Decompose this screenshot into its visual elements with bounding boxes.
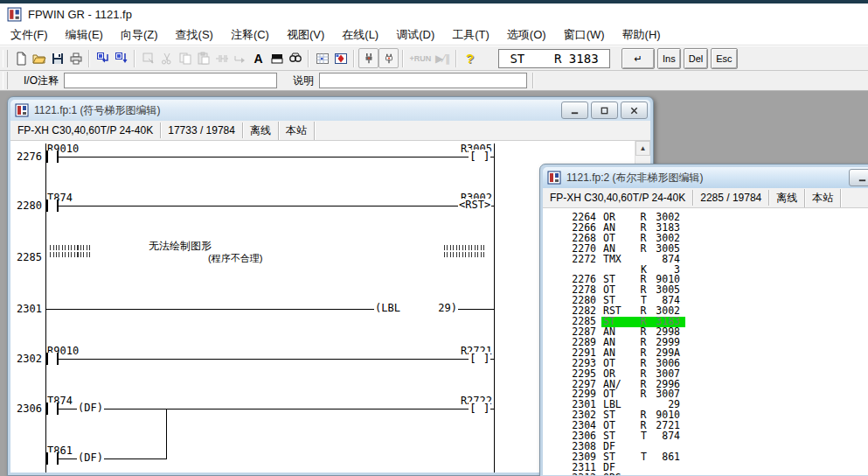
toolbar-separator xyxy=(353,50,355,67)
restore-button[interactable] xyxy=(591,102,618,119)
rung-line xyxy=(45,458,167,459)
invert-display-icon[interactable] xyxy=(267,49,286,67)
station-indicator: 本站 xyxy=(805,189,841,207)
open-file-icon[interactable] xyxy=(30,49,48,67)
left-power-rail xyxy=(45,144,46,472)
io-comment-input[interactable] xyxy=(64,73,277,88)
contact-symbol[interactable] xyxy=(46,353,59,365)
menu-item-5[interactable]: 视图(V) xyxy=(278,24,333,46)
menu-item-1[interactable]: 编辑(E) xyxy=(57,24,112,46)
plc-model: FP-XH C30,40,60T/P 24-40K xyxy=(10,122,161,138)
error-marks xyxy=(444,245,484,250)
fpwin-gr-app: { "window": { "title": "FPWIN GR - 1121.… xyxy=(0,0,868,476)
step-run-icon[interactable]: ▶⁄∥ xyxy=(434,49,452,67)
menu-bar: 文件(F)编辑(E)向导(Z)查找(S)注释(C)视图(V)在线(L)调试(D)… xyxy=(0,24,868,46)
menu-item-9[interactable]: 选项(O) xyxy=(498,24,555,46)
error-marks xyxy=(50,245,90,250)
boolean-editor-window: 1121.fp:2 (布尔非梯形图编辑) FP-XH C30,40,60T/P … xyxy=(539,164,868,476)
io-bar-grip[interactable] xyxy=(3,72,8,89)
del-key-button[interactable]: Del xyxy=(684,48,709,69)
contact-symbol[interactable] xyxy=(46,150,59,163)
ladder-window-titlebar[interactable]: 1121.fp:1 (符号梯形图编辑) xyxy=(10,100,650,121)
rung-line xyxy=(45,359,494,360)
rung-number: 2306 xyxy=(10,402,42,415)
or-branch-line xyxy=(166,409,167,459)
menu-item-2[interactable]: 向导(Z) xyxy=(112,24,167,46)
contact-symbol[interactable] xyxy=(46,402,59,415)
io-comment-bar: I/O注释 说明 xyxy=(0,71,868,91)
bool-list[interactable]: 2264ORR30022266ANR31832268OTR30022270ANR… xyxy=(543,213,868,475)
menu-item-3[interactable]: 查找(S) xyxy=(167,24,222,46)
offline-mode-icon[interactable] xyxy=(378,48,399,68)
menu-item-7[interactable]: 调试(D) xyxy=(387,24,443,46)
boolean-list-area: 2264ORR30022266ANR31832268OTR30022270ANR… xyxy=(543,208,868,475)
error-marks xyxy=(444,252,484,257)
new-file-icon[interactable] xyxy=(11,49,30,67)
minimize-button[interactable] xyxy=(561,102,588,119)
boolean-window-titlebar[interactable]: 1121.fp:2 (布尔非梯形图编辑) xyxy=(543,167,868,188)
app-titlebar[interactable]: FPWIN GR - 1121.fp xyxy=(0,4,868,24)
rung-line xyxy=(45,409,494,410)
menu-item-8[interactable]: 工具(T) xyxy=(443,24,498,46)
contact-symbol[interactable] xyxy=(46,200,59,212)
plc-model: FP-XH C30,40,60T/P 24-40K xyxy=(543,190,693,206)
instruction-display: ST R 3183 xyxy=(498,49,610,68)
pg-convert-up-icon[interactable] xyxy=(94,49,112,67)
rst-coil-symbol[interactable]: <RST> xyxy=(458,199,491,211)
paste-icon[interactable] xyxy=(194,49,212,67)
ladder-view-icon[interactable] xyxy=(313,49,331,67)
insert-rung-icon[interactable] xyxy=(212,49,231,67)
pg-convert-down-icon[interactable] xyxy=(112,49,130,67)
run-mode-icon[interactable]: +RUN xyxy=(407,49,434,67)
document-icon xyxy=(547,171,561,185)
offline-indicator: 离线 xyxy=(243,122,279,140)
save-icon[interactable] xyxy=(48,49,66,67)
bool-row[interactable]: 2272TMX874 xyxy=(543,255,868,265)
toolbar-separator xyxy=(88,50,90,67)
toolbar-separator xyxy=(402,50,404,67)
window-controls xyxy=(559,102,648,119)
enter-key-button[interactable]: ↵ xyxy=(621,48,655,69)
error-message: 无法绘制图形 xyxy=(149,239,212,254)
coil-symbol[interactable]: [ ] xyxy=(469,150,490,163)
minimize-button[interactable] xyxy=(849,169,868,186)
document-icon xyxy=(15,103,29,117)
find-icon[interactable] xyxy=(286,49,304,67)
text-input-icon[interactable]: A xyxy=(249,49,267,67)
menu-item-10[interactable]: 窗口(W) xyxy=(555,24,614,46)
select-window-icon[interactable] xyxy=(139,49,157,67)
toolbar-grip[interactable] xyxy=(3,50,8,67)
window-controls xyxy=(846,169,868,186)
copy-icon[interactable] xyxy=(176,49,194,67)
rung-number: 2301 xyxy=(10,303,42,315)
scroll-up-arrow[interactable]: ▲ xyxy=(635,141,650,156)
coil-symbol[interactable]: [ ] xyxy=(469,402,490,415)
menu-item-4[interactable]: 注释(C) xyxy=(222,24,278,46)
online-mode-icon[interactable] xyxy=(358,48,378,68)
help-icon[interactable]: ? xyxy=(461,49,479,67)
cut-icon[interactable] xyxy=(157,49,176,67)
error-submessage: (程序不合理) xyxy=(208,252,262,265)
coil-symbol[interactable]: [ ] xyxy=(469,352,490,365)
contact-symbol[interactable] xyxy=(46,452,59,465)
print-icon[interactable] xyxy=(66,49,85,67)
rung-line xyxy=(45,157,494,158)
bool-row[interactable]: 2312ORS xyxy=(543,473,868,475)
rung-number: 2276 xyxy=(10,150,42,163)
close-button[interactable] xyxy=(621,102,648,119)
menu-item-6[interactable]: 在线(L) xyxy=(333,24,387,46)
menu-item-0[interactable]: 文件(F) xyxy=(2,24,57,46)
app-icon xyxy=(7,7,22,22)
boolean-monitor-icon[interactable] xyxy=(331,49,350,67)
remark-input[interactable] xyxy=(319,73,527,88)
toolbar-separator xyxy=(455,50,457,67)
label-instruction[interactable]: (LBL 29) xyxy=(374,302,458,314)
jump-icon[interactable] xyxy=(231,49,249,67)
menu-item-11[interactable]: 帮助(H) xyxy=(614,24,670,46)
esc-key-button[interactable]: Esc xyxy=(711,48,737,69)
ins-key-button[interactable]: Ins xyxy=(657,48,681,69)
df-instruction[interactable]: (DF) xyxy=(77,402,104,414)
step-count: 17733 / 19784 xyxy=(161,122,243,138)
df-instruction[interactable]: (DF) xyxy=(77,452,104,464)
station-indicator: 本站 xyxy=(279,122,315,140)
